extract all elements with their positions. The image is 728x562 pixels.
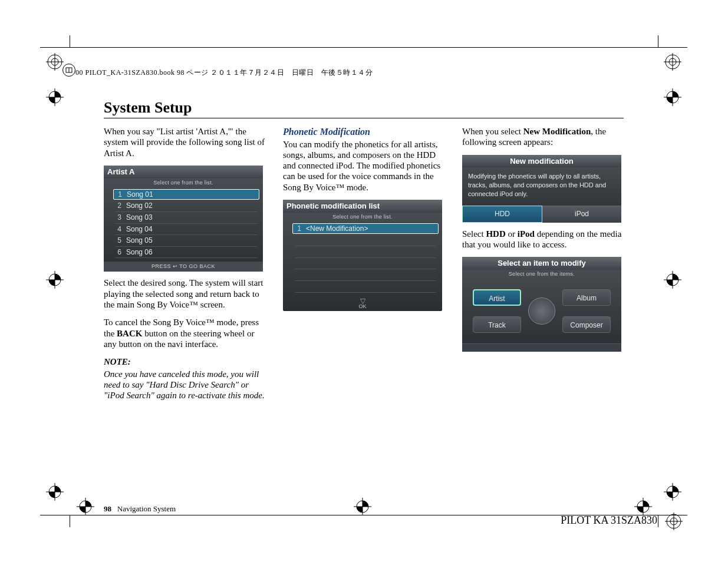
list-item: 3Song 03: [116, 212, 257, 224]
ok-indicator: ▽ OK: [283, 296, 442, 311]
list-item: [295, 246, 436, 258]
body-text: Select the desired song. The system will…: [104, 277, 268, 310]
screenshot-title: Select an item to modify: [462, 257, 621, 270]
list-item: [295, 281, 436, 293]
registration-mark-icon: [664, 88, 681, 106]
note-body: Once you have canceled this mode, you wi…: [104, 369, 268, 401]
registration-mark-icon: [46, 271, 64, 289]
list-item: [295, 258, 436, 270]
section-heading: Phonetic Modification: [283, 126, 447, 138]
list-item: 6Song 06: [116, 247, 257, 259]
list-item: 2Song 02: [116, 200, 257, 212]
registration-mark-icon: [46, 53, 64, 71]
list-item: 4Song 04: [116, 224, 257, 236]
screenshot-title: Phonetic modification list: [283, 200, 442, 213]
registration-mark-icon: [664, 483, 681, 501]
registration-mark-icon: [664, 271, 681, 289]
list-item: [295, 234, 436, 246]
header-meta: 00 PILOT_KA-31SZA830.book 98 ページ ２０１１年７月…: [75, 68, 373, 78]
track-button: Track: [473, 316, 521, 333]
screenshot-footer: PRESS ↩ TO GO BACK: [104, 262, 263, 272]
screenshot-title: New modification: [462, 155, 621, 168]
list-item: 1Song 01: [113, 189, 259, 200]
note-heading: NOTE:: [104, 356, 268, 367]
page-title: System Setup: [104, 99, 192, 117]
registration-mark-icon: [46, 88, 64, 106]
screenshot-subtitle: Select one from the list.: [283, 213, 442, 222]
screenshot-title: Artist A: [104, 166, 263, 178]
list-item: 5Song 05: [116, 235, 257, 247]
list-item: 1 <New Modification>: [292, 223, 439, 234]
select-item-screenshot: Select an item to modify Select one from…: [462, 257, 621, 352]
registration-mark-icon: [354, 498, 371, 515]
footer-right: PILOT KA 31SZA830: [561, 514, 657, 527]
registration-mark-icon: [46, 483, 64, 501]
screenshot-body: Modifying the phonetics will apply to al…: [462, 167, 621, 206]
phonetic-list-screenshot: Phonetic modification list Select one fr…: [283, 200, 442, 311]
registration-mark-icon: [664, 53, 681, 71]
body-text: You can modify the phonetics for all art…: [283, 139, 447, 193]
body-text: When you select New Modification, the fo…: [462, 126, 624, 148]
list-item: [295, 269, 436, 281]
album-button: Album: [562, 289, 611, 306]
artist-list-screenshot: Artist A Select one from the list. 1Song…: [104, 166, 263, 272]
new-modification-screenshot: New modification Modifying the phonetics…: [462, 155, 621, 223]
body-text: Select HDD or iPod depending on the medi…: [462, 229, 624, 250]
book-icon: [62, 64, 75, 77]
screenshot-subtitle: Select one from the items.: [462, 270, 621, 279]
registration-mark-icon: [665, 513, 683, 530]
ipod-button: iPod: [542, 206, 621, 223]
composer-button: Composer: [562, 316, 611, 333]
hdd-button: HDD: [462, 206, 542, 223]
chevron-down-icon: ▽: [283, 299, 442, 303]
footer-left: 98 Navigation System: [104, 504, 176, 514]
body-text: To cancel the Song By Voice™ mode, press…: [104, 317, 268, 349]
screenshot-subtitle: Select one from the list.: [104, 178, 263, 187]
artist-button: Artist: [473, 289, 521, 306]
registration-mark-icon: [77, 498, 94, 515]
dpad-center-icon: [528, 297, 555, 325]
body-text: When you say "List artist 'Artist A,'" t…: [104, 126, 268, 158]
registration-mark-icon: [634, 498, 652, 515]
